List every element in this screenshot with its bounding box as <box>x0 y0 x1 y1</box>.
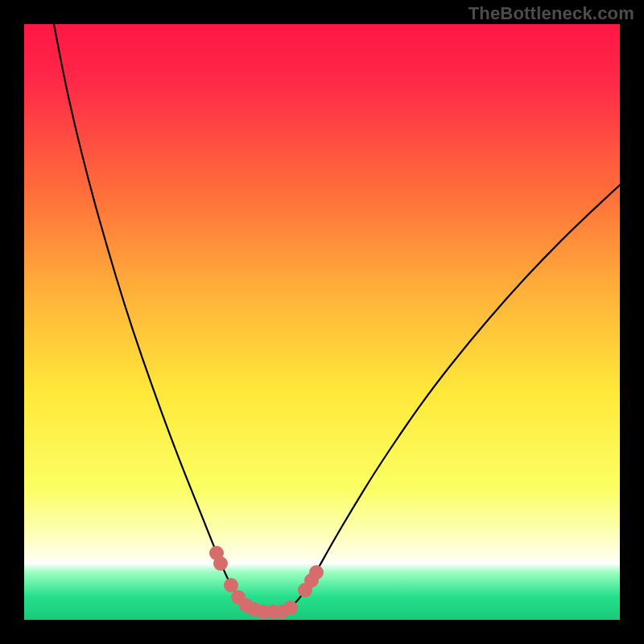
data-marker <box>309 565 324 580</box>
data-marker <box>213 556 228 571</box>
plot-area <box>24 24 620 620</box>
watermark-text: TheBottleneck.com <box>469 3 634 24</box>
data-marker <box>283 601 298 615</box>
chart-frame: TheBottleneck.com <box>0 0 644 644</box>
markers-layer <box>24 24 620 620</box>
